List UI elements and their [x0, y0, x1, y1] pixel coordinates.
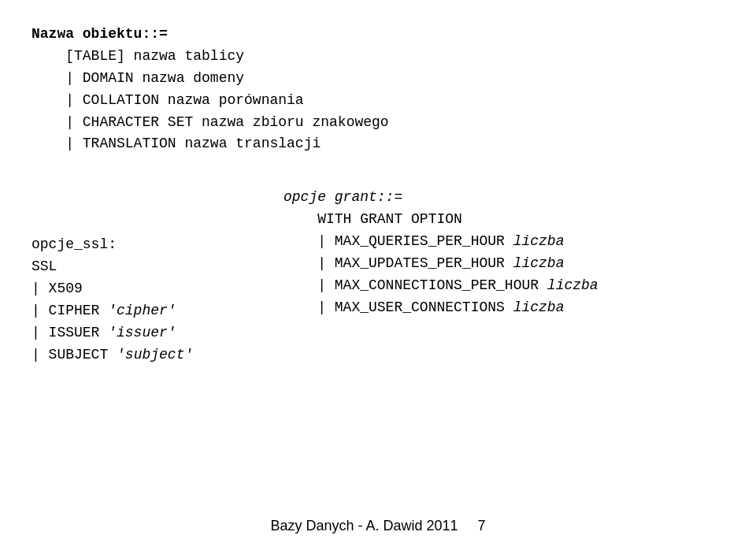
max-queries-line: | MAX_QUERIES_PER_HOUR liczba [284, 231, 598, 253]
translation-line: | TRANSLATION nazwa translacji [32, 133, 724, 155]
two-column-section: opcje_ssl: SSL | X509 | CIPHER 'cipher' … [32, 187, 724, 366]
with-grant-line: WITH GRANT OPTION [284, 209, 598, 231]
page-content: Nazwa obiektu::= [TABLE] nazwa tablicy |… [0, 0, 756, 382]
footer: Bazy Danych - A. Dawid 2011 7 [0, 518, 756, 534]
nazwa-obiektu-line: Nazwa obiektu::= [32, 24, 724, 46]
footer-text: Bazy Danych - A. Dawid 2011 [270, 518, 458, 534]
x509-line: | X509 [32, 278, 252, 300]
max-updates-line: | MAX_UPDATES_PER_HOUR liczba [284, 253, 598, 275]
cipher-line: | CIPHER 'cipher' [32, 300, 252, 322]
page-number: 7 [478, 518, 486, 534]
table-line: [TABLE] nazwa tablicy [32, 46, 724, 68]
max-user-connections-line: | MAX_USER_CONNECTIONS liczba [284, 297, 598, 319]
opcje-grant-label: opcje grant::= [284, 187, 598, 209]
max-connections-line: | MAX_CONNECTIONS_PER_HOUR liczba [284, 275, 598, 297]
ssl-line: SSL [32, 256, 252, 278]
character-set-line: | CHARACTER SET nazwa zbioru znakowego [32, 112, 724, 134]
opcje-ssl-label: opcje_ssl: [32, 234, 252, 256]
top-code-block: Nazwa obiektu::= [TABLE] nazwa tablicy |… [32, 24, 724, 155]
opcje-grant-block: opcje grant::= WITH GRANT OPTION | MAX_Q… [284, 187, 598, 366]
opcje-ssl-block: opcje_ssl: SSL | X509 | CIPHER 'cipher' … [32, 234, 252, 366]
subject-line: | SUBJECT 'subject' [32, 344, 252, 366]
domain-line: | DOMAIN nazwa domeny [32, 68, 724, 90]
issuer-line: | ISSUER 'issuer' [32, 322, 252, 344]
collation-line: | COLLATION nazwa porównania [32, 90, 724, 112]
